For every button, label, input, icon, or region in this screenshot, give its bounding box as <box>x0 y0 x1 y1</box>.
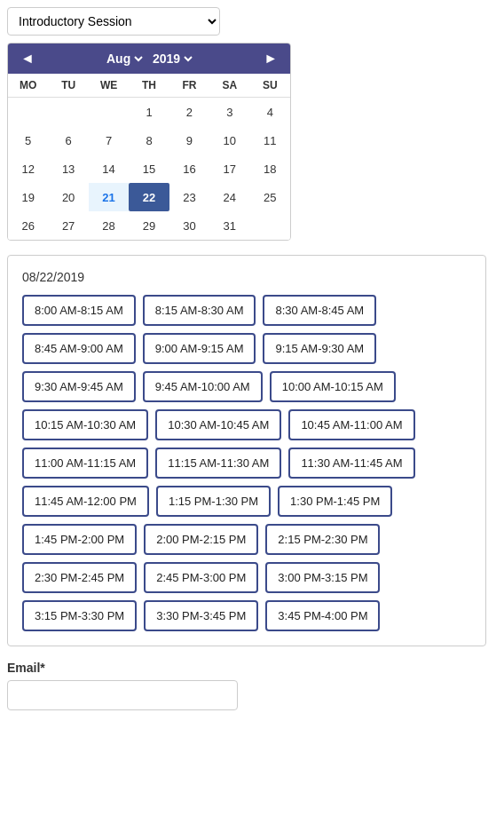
calendar-header: ◄ JanFebMarAprMayJunJulAugSepOctNovDec 2… <box>8 44 290 74</box>
email-input[interactable] <box>7 680 238 710</box>
timeslot-button[interactable]: 2:15 PM-2:30 PM <box>265 524 380 555</box>
calendar-cell[interactable]: 8 <box>129 126 169 154</box>
timeslot-button[interactable]: 8:30 AM-8:45 AM <box>263 295 376 326</box>
calendar-cell[interactable]: 18 <box>250 154 290 183</box>
timeslot-button[interactable]: 11:45 AM-12:00 PM <box>22 486 149 517</box>
calendar-cell[interactable]: 7 <box>89 126 129 154</box>
timeslot-button[interactable]: 2:45 PM-3:00 PM <box>144 562 258 593</box>
timeslot-button[interactable]: 9:45 AM-10:00 AM <box>143 371 263 402</box>
calendar-cell[interactable]: 15 <box>129 154 169 183</box>
timeslot-button[interactable]: 2:00 PM-2:15 PM <box>144 524 258 555</box>
next-month-button[interactable]: ► <box>258 49 283 68</box>
timeslot-button[interactable]: 9:00 AM-9:15 AM <box>143 333 256 364</box>
timeslot-button[interactable]: 3:15 PM-3:30 PM <box>22 600 137 631</box>
timeslot-button[interactable]: 10:45 AM-11:00 AM <box>288 409 414 440</box>
timeslot-button[interactable]: 3:30 PM-3:45 PM <box>144 600 258 631</box>
timeslot-button[interactable]: 11:00 AM-11:15 AM <box>22 448 148 479</box>
prev-month-button[interactable]: ◄ <box>15 49 40 68</box>
timeslot-button[interactable]: 9:30 AM-9:45 AM <box>22 371 136 402</box>
year-select[interactable]: 20172018201920202021 <box>149 51 195 67</box>
calendar-cell[interactable]: 4 <box>250 98 290 126</box>
timeslot-button[interactable]: 10:30 AM-10:45 AM <box>155 409 281 440</box>
timeslot-button[interactable]: 2:30 PM-2:45 PM <box>22 562 137 593</box>
calendar-cell[interactable]: 31 <box>209 211 249 240</box>
timeslot-button[interactable]: 8:15 AM-8:30 AM <box>143 295 256 326</box>
calendar-cell[interactable]: 25 <box>250 183 290 211</box>
session-selector-wrapper: Introductory SessionFollow-up SessionCon… <box>7 7 497 36</box>
calendar-cell[interactable]: 22 <box>129 183 169 211</box>
session-select[interactable]: Introductory SessionFollow-up SessionCon… <box>7 7 220 36</box>
calendar-cell[interactable]: 17 <box>209 154 249 183</box>
timeslots-grid: 8:00 AM-8:15 AM8:15 AM-8:30 AM8:30 AM-8:… <box>22 295 471 631</box>
calendar-cell[interactable]: 20 <box>48 183 88 211</box>
email-section: Email* <box>7 661 497 710</box>
calendar-day-headers: MOTUWETHFRSASU <box>8 74 290 98</box>
timeslot-button[interactable]: 11:15 AM-11:30 AM <box>155 448 281 479</box>
day-header-sa: SA <box>209 74 249 97</box>
calendar-cell[interactable]: 21 <box>89 183 129 211</box>
calendar-cell[interactable]: 27 <box>48 211 88 240</box>
calendar-cell[interactable]: 30 <box>169 211 209 240</box>
calendar-cell[interactable]: 2 <box>169 98 209 126</box>
calendar-cell[interactable]: 1 <box>129 98 169 126</box>
calendar-cell[interactable]: 19 <box>8 183 48 211</box>
month-year-selector: JanFebMarAprMayJunJulAugSepOctNovDec 201… <box>103 51 195 67</box>
timeslot-button[interactable]: 11:30 AM-11:45 AM <box>288 448 414 479</box>
calendar-cell[interactable]: 13 <box>48 154 88 183</box>
calendar-cell[interactable]: 28 <box>89 211 129 240</box>
timeslot-button[interactable]: 1:15 PM-1:30 PM <box>156 486 271 517</box>
timeslot-button[interactable]: 1:45 PM-2:00 PM <box>22 524 137 555</box>
day-header-we: WE <box>89 74 129 97</box>
timeslot-button[interactable]: 10:15 AM-10:30 AM <box>22 409 148 440</box>
timeslot-button[interactable]: 9:15 AM-9:30 AM <box>263 333 376 364</box>
calendar-cell[interactable]: 5 <box>8 126 48 154</box>
timeslot-button[interactable]: 8:45 AM-9:00 AM <box>22 333 136 364</box>
calendar-cell[interactable]: 12 <box>8 154 48 183</box>
calendar-cell[interactable]: 16 <box>169 154 209 183</box>
timeslot-button[interactable]: 10:00 AM-10:15 AM <box>270 371 396 402</box>
calendar-cell[interactable]: 14 <box>89 154 129 183</box>
timeslot-button[interactable]: 3:45 PM-4:00 PM <box>265 600 380 631</box>
day-header-th: TH <box>129 74 169 97</box>
calendar-grid: 1234567891011121314151617181920212223242… <box>8 98 290 240</box>
timeslots-date: 08/22/2019 <box>22 270 471 284</box>
day-header-tu: TU <box>48 74 88 97</box>
month-select[interactable]: JanFebMarAprMayJunJulAugSepOctNovDec <box>103 51 146 67</box>
calendar-cell <box>48 98 88 126</box>
calendar-cell[interactable]: 29 <box>129 211 169 240</box>
calendar-cell[interactable]: 26 <box>8 211 48 240</box>
calendar-cell[interactable]: 3 <box>209 98 249 126</box>
day-header-mo: MO <box>8 74 48 97</box>
day-header-su: SU <box>250 74 290 97</box>
calendar-cell[interactable]: 10 <box>209 126 249 154</box>
calendar-cell[interactable]: 11 <box>250 126 290 154</box>
email-label: Email* <box>7 661 497 675</box>
calendar-cell <box>250 211 290 240</box>
calendar-cell[interactable]: 23 <box>169 183 209 211</box>
calendar-cell[interactable]: 9 <box>169 126 209 154</box>
timeslot-button[interactable]: 8:00 AM-8:15 AM <box>22 295 136 326</box>
day-header-fr: FR <box>169 74 209 97</box>
timeslot-button[interactable]: 1:30 PM-1:45 PM <box>278 486 392 517</box>
calendar-cell <box>8 98 48 126</box>
calendar: ◄ JanFebMarAprMayJunJulAugSepOctNovDec 2… <box>7 43 291 241</box>
timeslots-container: 08/22/2019 8:00 AM-8:15 AM8:15 AM-8:30 A… <box>7 255 486 646</box>
timeslot-button[interactable]: 3:00 PM-3:15 PM <box>265 562 380 593</box>
calendar-cell <box>89 98 129 126</box>
calendar-cell[interactable]: 6 <box>48 126 88 154</box>
calendar-cell[interactable]: 24 <box>209 183 249 211</box>
